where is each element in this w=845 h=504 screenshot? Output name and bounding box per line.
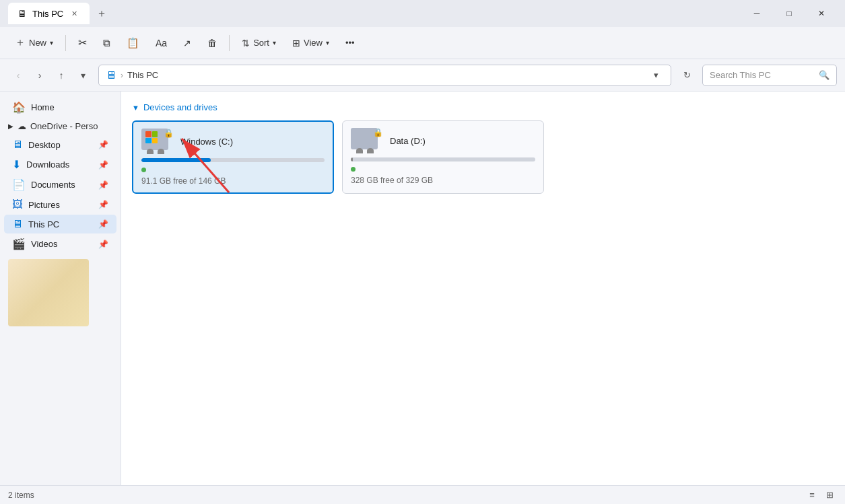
rename-button[interactable]: Aa xyxy=(149,34,174,52)
drive-d-lock-icon: 🔒 xyxy=(373,128,383,137)
address-dropdown-button[interactable]: ▾ xyxy=(648,67,664,83)
view-label: View xyxy=(304,38,323,48)
win-square-green xyxy=(152,131,158,137)
tab-this-pc[interactable]: 🖥 This PC ✕ xyxy=(8,3,90,24)
forward-button[interactable]: › xyxy=(30,65,50,85)
drive-wheel-2 xyxy=(158,149,164,154)
view-icon: ⊞ xyxy=(292,38,300,48)
drive-d-name: Data (D:) xyxy=(390,136,426,146)
sidebar-item-desktop[interactable]: 🖥 Desktop 📌 xyxy=(4,135,116,154)
sidebar: 🏠 Home ▶ ☁ OneDrive - Perso 🖥 Desktop 📌 … xyxy=(0,92,121,485)
monitor-icon: 🖥 xyxy=(106,69,116,81)
maximize-button[interactable]: □ xyxy=(774,3,805,24)
window-controls: ─ □ ✕ xyxy=(741,3,837,24)
documents-icon: 📄 xyxy=(12,178,26,191)
delete-icon: 🗑 xyxy=(207,38,217,48)
cut-icon: ✂ xyxy=(78,36,87,49)
sidebar-section-onedrive[interactable]: ▶ ☁ OneDrive - Perso xyxy=(0,118,121,135)
new-tab-button[interactable]: ＋ xyxy=(92,4,111,23)
recent-button[interactable]: ▾ xyxy=(73,65,93,85)
sidebar-item-downloads[interactable]: ⬇ Downloads 📌 xyxy=(4,155,116,174)
win-square-blue xyxy=(145,138,151,144)
pin-icon: 📌 xyxy=(98,180,108,190)
pin-icon: 📌 xyxy=(98,240,108,249)
search-icon: 🔍 xyxy=(819,70,830,80)
toolbar: ＋ New ▾ ✂ ⧉ 📋 Aa ↗ 🗑 ⇅ Sort ▾ ⊞ View ▾ •… xyxy=(0,27,845,59)
view-toggle-buttons: ≡ ⊞ xyxy=(805,488,837,503)
share-icon: ↗ xyxy=(183,38,191,48)
paste-button[interactable]: 📋 xyxy=(120,33,146,53)
drive-d-lights xyxy=(351,167,535,172)
back-button[interactable]: ‹ xyxy=(8,65,28,85)
toolbar-separator-1 xyxy=(65,35,66,51)
pin-icon: 📌 xyxy=(98,219,108,229)
lock-icon: 🔒 xyxy=(164,129,174,138)
drive-c-item[interactable]: 🔒 Windows (C:) 91.1 GB free of 146 GB xyxy=(132,120,334,194)
sidebar-thumbnail xyxy=(8,259,89,326)
new-label: New xyxy=(29,38,46,48)
search-placeholder: Search This PC xyxy=(710,70,771,80)
onedrive-icon: ☁ xyxy=(18,121,26,131)
more-icon: ••• xyxy=(345,38,355,48)
tab-area: 🖥 This PC ✕ ＋ xyxy=(8,3,111,24)
sidebar-item-videos[interactable]: 🎬 Videos 📌 xyxy=(4,234,116,254)
paste-icon: 📋 xyxy=(127,37,139,49)
home-icon: 🏠 xyxy=(12,101,26,114)
drive-d-bar-fill xyxy=(351,157,353,161)
grid-view-button[interactable]: ⊞ xyxy=(822,488,837,503)
desktop-icon: 🖥 xyxy=(12,139,23,151)
drive-c-name: Windows (C:) xyxy=(180,137,233,147)
share-button[interactable]: ↗ xyxy=(176,34,198,52)
sidebar-item-documents[interactable]: 📄 Documents 📌 xyxy=(4,175,116,194)
tab-icon: 🖥 xyxy=(18,8,27,19)
section-title: Devices and drives xyxy=(143,102,217,112)
rename-icon: Aa xyxy=(156,38,167,48)
list-view-button[interactable]: ≡ xyxy=(805,488,819,503)
main-area: 🏠 Home ▶ ☁ OneDrive - Perso 🖥 Desktop 📌 … xyxy=(0,92,845,485)
downloads-icon: ⬇ xyxy=(12,158,21,171)
copy-button[interactable]: ⧉ xyxy=(96,33,117,53)
cut-button[interactable]: ✂ xyxy=(71,32,94,53)
sidebar-item-home[interactable]: 🏠 Home xyxy=(4,98,116,117)
drive-d-item[interactable]: 🔒 Data (D:) 328 GB free of 329 GB xyxy=(342,120,544,194)
more-button[interactable]: ••• xyxy=(339,34,362,52)
drive-c-icon-area: 🔒 xyxy=(141,129,174,154)
sidebar-item-label: Downloads xyxy=(26,159,69,170)
drive-d-wheel-1 xyxy=(356,148,363,153)
drive-c-header: 🔒 Windows (C:) xyxy=(141,129,325,154)
navigation-buttons: ‹ › ↑ ▾ xyxy=(8,65,93,85)
sidebar-item-this-pc[interactable]: 🖥 This PC 📌 xyxy=(4,215,116,233)
tab-close-button[interactable]: ✕ xyxy=(69,8,80,20)
sidebar-item-label: Desktop xyxy=(28,140,61,150)
new-chevron-icon: ▾ xyxy=(50,39,53,46)
view-chevron-icon: ▾ xyxy=(326,39,329,46)
drive-d-free: 328 GB free of 329 GB xyxy=(351,176,535,185)
pictures-icon: 🖼 xyxy=(12,199,23,211)
pin-icon: 📌 xyxy=(98,160,108,170)
close-button[interactable]: ✕ xyxy=(806,3,837,24)
sidebar-item-label: This PC xyxy=(28,219,59,229)
refresh-button[interactable]: ↻ xyxy=(677,65,697,85)
up-button[interactable]: ↑ xyxy=(51,65,71,85)
section-chevron-icon: ▼ xyxy=(132,104,139,112)
items-count: 2 items xyxy=(8,491,34,500)
minimize-button[interactable]: ─ xyxy=(741,3,772,24)
drive-d-wheel-2 xyxy=(367,148,374,153)
sidebar-item-pictures[interactable]: 🖼 Pictures 📌 xyxy=(4,195,116,214)
new-button[interactable]: ＋ New ▾ xyxy=(8,32,60,54)
sort-button[interactable]: ⇅ Sort ▾ xyxy=(235,34,283,52)
view-button[interactable]: ⊞ View ▾ xyxy=(285,34,336,52)
title-bar: 🖥 This PC ✕ ＋ ─ □ ✕ xyxy=(0,0,845,27)
delete-button[interactable]: 🗑 xyxy=(201,34,224,52)
search-box[interactable]: Search This PC 🔍 xyxy=(702,65,837,86)
win-square-red xyxy=(145,131,151,137)
address-input[interactable]: 🖥 › This PC ▾ xyxy=(98,65,671,86)
pin-icon: 📌 xyxy=(98,140,108,149)
windows-logo xyxy=(145,131,158,143)
drive-c-bar-fill xyxy=(141,158,211,162)
copy-icon: ⧉ xyxy=(103,37,110,49)
sort-label: Sort xyxy=(253,38,269,48)
section-header: ▼ Devices and drives xyxy=(132,102,834,112)
onedrive-label: OneDrive - Perso xyxy=(30,121,98,131)
drive-c-free: 91.1 GB free of 146 GB xyxy=(141,176,325,186)
